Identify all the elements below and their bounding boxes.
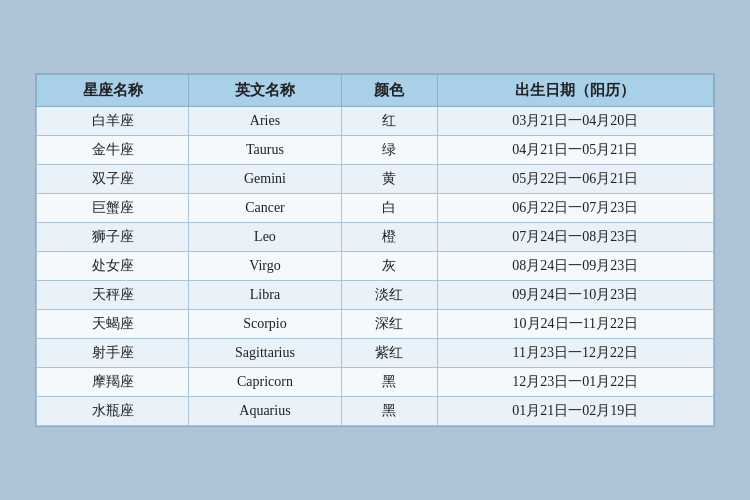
table-row: 摩羯座Capricorn黑12月23日一01月22日 [37, 368, 714, 397]
cell-chinese-name: 摩羯座 [37, 368, 189, 397]
cell-color: 橙 [341, 223, 437, 252]
cell-dates: 11月23日一12月22日 [437, 339, 713, 368]
cell-chinese-name: 金牛座 [37, 136, 189, 165]
cell-color: 淡红 [341, 281, 437, 310]
cell-dates: 06月22日一07月23日 [437, 194, 713, 223]
cell-english-name: Taurus [189, 136, 341, 165]
cell-dates: 05月22日一06月21日 [437, 165, 713, 194]
cell-english-name: Capricorn [189, 368, 341, 397]
cell-dates: 07月24日一08月23日 [437, 223, 713, 252]
cell-color: 紫红 [341, 339, 437, 368]
cell-english-name: Leo [189, 223, 341, 252]
cell-english-name: Aries [189, 107, 341, 136]
zodiac-table: 星座名称 英文名称 颜色 出生日期（阳历） 白羊座Aries红03月21日一04… [36, 74, 714, 426]
table-row: 白羊座Aries红03月21日一04月20日 [37, 107, 714, 136]
cell-color: 绿 [341, 136, 437, 165]
cell-chinese-name: 水瓶座 [37, 397, 189, 426]
table-row: 天秤座Libra淡红09月24日一10月23日 [37, 281, 714, 310]
table-row: 处女座Virgo灰08月24日一09月23日 [37, 252, 714, 281]
header-color: 颜色 [341, 75, 437, 107]
cell-chinese-name: 射手座 [37, 339, 189, 368]
cell-dates: 03月21日一04月20日 [437, 107, 713, 136]
cell-dates: 01月21日一02月19日 [437, 397, 713, 426]
cell-color: 黄 [341, 165, 437, 194]
table-row: 天蝎座Scorpio深红10月24日一11月22日 [37, 310, 714, 339]
cell-chinese-name: 巨蟹座 [37, 194, 189, 223]
cell-english-name: Sagittarius [189, 339, 341, 368]
cell-chinese-name: 白羊座 [37, 107, 189, 136]
cell-english-name: Scorpio [189, 310, 341, 339]
table-row: 金牛座Taurus绿04月21日一05月21日 [37, 136, 714, 165]
cell-color: 深红 [341, 310, 437, 339]
table-header-row: 星座名称 英文名称 颜色 出生日期（阳历） [37, 75, 714, 107]
cell-dates: 12月23日一01月22日 [437, 368, 713, 397]
table-row: 双子座Gemini黄05月22日一06月21日 [37, 165, 714, 194]
cell-english-name: Libra [189, 281, 341, 310]
cell-chinese-name: 处女座 [37, 252, 189, 281]
cell-color: 黑 [341, 368, 437, 397]
header-dates: 出生日期（阳历） [437, 75, 713, 107]
cell-english-name: Cancer [189, 194, 341, 223]
zodiac-table-container: 星座名称 英文名称 颜色 出生日期（阳历） 白羊座Aries红03月21日一04… [35, 73, 715, 427]
cell-english-name: Aquarius [189, 397, 341, 426]
cell-dates: 04月21日一05月21日 [437, 136, 713, 165]
cell-english-name: Virgo [189, 252, 341, 281]
cell-dates: 10月24日一11月22日 [437, 310, 713, 339]
cell-color: 灰 [341, 252, 437, 281]
table-row: 水瓶座Aquarius黑01月21日一02月19日 [37, 397, 714, 426]
cell-chinese-name: 狮子座 [37, 223, 189, 252]
cell-chinese-name: 双子座 [37, 165, 189, 194]
cell-english-name: Gemini [189, 165, 341, 194]
table-row: 狮子座Leo橙07月24日一08月23日 [37, 223, 714, 252]
table-row: 巨蟹座Cancer白06月22日一07月23日 [37, 194, 714, 223]
header-chinese-name: 星座名称 [37, 75, 189, 107]
cell-chinese-name: 天秤座 [37, 281, 189, 310]
table-row: 射手座Sagittarius紫红11月23日一12月22日 [37, 339, 714, 368]
cell-dates: 09月24日一10月23日 [437, 281, 713, 310]
cell-dates: 08月24日一09月23日 [437, 252, 713, 281]
cell-color: 红 [341, 107, 437, 136]
cell-color: 白 [341, 194, 437, 223]
cell-chinese-name: 天蝎座 [37, 310, 189, 339]
header-english-name: 英文名称 [189, 75, 341, 107]
cell-color: 黑 [341, 397, 437, 426]
